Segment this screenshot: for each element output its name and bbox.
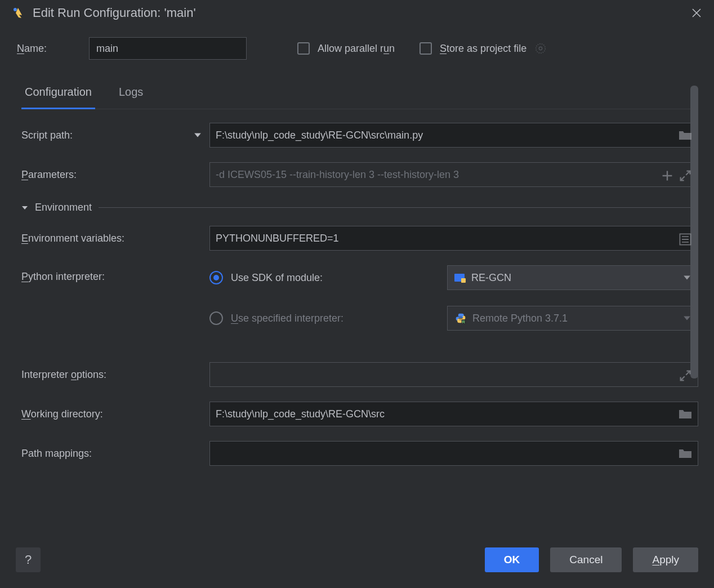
allow-parallel-checkbox[interactable] bbox=[297, 42, 310, 55]
env-vars-label: Environment variables: bbox=[21, 233, 124, 244]
close-icon[interactable] bbox=[690, 7, 703, 19]
script-path-label: Script path: bbox=[21, 130, 73, 141]
parameters-label: Parameters: bbox=[21, 169, 77, 180]
store-project-label: Store as project file bbox=[440, 43, 526, 55]
module-icon bbox=[454, 273, 466, 283]
environment-section[interactable]: Environment bbox=[21, 202, 698, 213]
interpreter-select[interactable]: R Remote Python 3.7.1 bbox=[447, 306, 698, 331]
tabs: Configuration Logs bbox=[21, 80, 698, 109]
svg-rect-5 bbox=[461, 278, 466, 283]
module-select[interactable]: RE-GCN bbox=[447, 265, 698, 290]
svg-point-0 bbox=[14, 8, 17, 11]
folder-icon[interactable] bbox=[679, 448, 692, 459]
interpreter-options-label: Interpreter options: bbox=[21, 369, 106, 380]
titlebar: Edit Run Configuration: 'main' bbox=[0, 0, 714, 30]
use-specified-label: Use specified interpreter: bbox=[231, 313, 439, 324]
ok-button[interactable]: OK bbox=[485, 547, 539, 572]
top-row: NName:ame: Allow parallel run Store as p… bbox=[0, 30, 714, 80]
script-path-input[interactable]: F:\study\nlp_code_study\RE-GCN\src\main.… bbox=[209, 123, 698, 148]
working-dir-input[interactable]: F:\study\nlp_code_study\RE-GCN\src bbox=[209, 402, 698, 426]
folder-icon[interactable] bbox=[679, 130, 692, 141]
svg-point-2 bbox=[539, 47, 542, 50]
tab-configuration[interactable]: Configuration bbox=[21, 80, 95, 109]
gear-icon[interactable] bbox=[534, 42, 547, 55]
plus-icon[interactable] bbox=[661, 169, 674, 180]
expand-icon[interactable] bbox=[679, 369, 692, 380]
use-sdk-label: Use SDK of module: bbox=[231, 272, 439, 284]
name-label: NName:ame: bbox=[17, 43, 78, 55]
apply-button[interactable]: Apply bbox=[633, 547, 698, 572]
use-sdk-radio[interactable] bbox=[209, 271, 223, 284]
chevron-down-icon bbox=[21, 204, 28, 211]
expand-icon[interactable] bbox=[679, 169, 692, 180]
store-project-checkbox[interactable] bbox=[420, 42, 432, 55]
env-vars-input[interactable]: PYTHONUNBUFFERED=1 bbox=[209, 226, 698, 251]
list-icon[interactable] bbox=[679, 233, 692, 244]
parameters-input[interactable]: -d ICEWS05-15 --train-history-len 3 --te… bbox=[209, 162, 698, 187]
path-mappings-label: Path mappings: bbox=[21, 448, 92, 459]
svg-point-1 bbox=[536, 44, 546, 54]
name-input[interactable] bbox=[89, 37, 247, 60]
path-mappings-input[interactable] bbox=[209, 441, 698, 466]
chevron-down-icon bbox=[683, 314, 691, 322]
dialog-title: Edit Run Configuration: 'main' bbox=[33, 6, 196, 20]
cancel-button[interactable]: Cancel bbox=[550, 547, 622, 572]
python-remote-icon: R bbox=[454, 313, 467, 324]
chevron-down-icon[interactable] bbox=[194, 131, 202, 139]
python-run-icon bbox=[11, 6, 25, 20]
allow-parallel-label: Allow parallel run bbox=[318, 43, 395, 55]
tab-logs[interactable]: Logs bbox=[115, 80, 146, 109]
help-button[interactable]: ? bbox=[16, 547, 41, 572]
bottom-bar: ? OK Cancel Apply bbox=[0, 532, 714, 588]
interpreter-options-input[interactable] bbox=[209, 362, 698, 387]
interpreter-label: Python interpreter: bbox=[21, 271, 105, 282]
folder-icon[interactable] bbox=[679, 408, 692, 420]
svg-text:R: R bbox=[462, 319, 466, 324]
chevron-down-icon bbox=[683, 274, 691, 282]
working-dir-label: Working directory: bbox=[21, 408, 103, 420]
use-specified-radio[interactable] bbox=[209, 311, 223, 325]
